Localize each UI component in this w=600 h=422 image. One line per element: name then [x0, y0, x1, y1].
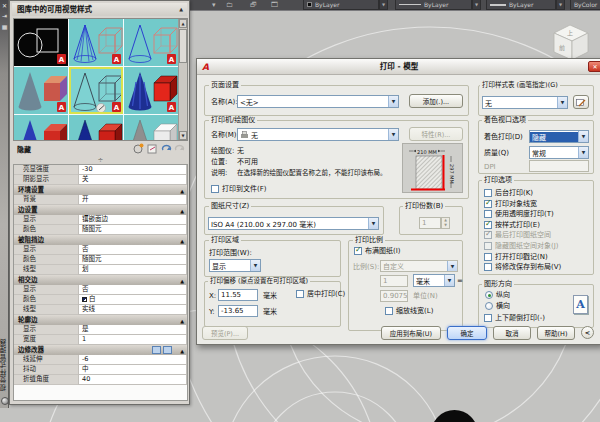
dialog-titlebar[interactable]: A 打印 - 模型 ✕: [197, 59, 600, 75]
property-value[interactable]: 是: [78, 325, 187, 335]
section-collapse-icon[interactable]: ▲: [180, 276, 184, 286]
paper-size-select[interactable]: ISO A4 (210.00 x 297.00 毫米) ▼: [208, 217, 379, 230]
dpi-input[interactable]: [529, 160, 589, 172]
property-value[interactable]: 40: [78, 375, 187, 385]
grid-scrollbar[interactable]: ▲ ▼: [178, 19, 187, 140]
palette-autohide-icon[interactable]: ⇥: [0, 12, 9, 19]
less-options-button[interactable]: <: [581, 326, 594, 339]
center-plot-option[interactable]: 居中打印(C): [296, 290, 345, 298]
plot-option-checkbox[interactable]: [484, 231, 492, 239]
property-value[interactable]: 镶嵌面边: [78, 215, 187, 225]
create-visual-style-icon[interactable]: [133, 143, 144, 154]
scale-unit-select[interactable]: 毫米 ▼: [413, 274, 455, 287]
portrait-option[interactable]: 纵向: [485, 291, 510, 299]
palette-options-wheel-icon[interactable]: [1, 397, 9, 405]
property-value[interactable]: 实线: [78, 305, 187, 315]
scale-numerator-input[interactable]: 1: [380, 275, 408, 287]
upside-down-checkbox[interactable]: [484, 314, 492, 322]
collapse-up-icon[interactable]: ▲: [179, 3, 183, 16]
landscape-radio[interactable]: [485, 302, 493, 310]
plot-option-5[interactable]: 隐藏图纸空间对象(J): [484, 242, 590, 250]
section-collapse-icon[interactable]: ▲: [180, 186, 184, 196]
plot-option-checkbox[interactable]: [484, 263, 492, 271]
plot-option-1[interactable]: 打印对象线宽: [484, 200, 590, 208]
lineweight-combo-arrow-icon[interactable]: ▼: [556, 0, 565, 10]
scale-denominator-input[interactable]: 0.9075: [380, 290, 408, 302]
property-section-15[interactable]: 轮廓边▲: [14, 315, 187, 325]
quality-select[interactable]: 常规 ▼: [529, 146, 589, 159]
plot-option-2[interactable]: 使用透明度打印(T): [484, 210, 590, 218]
landscape-option[interactable]: 横向: [485, 302, 510, 310]
help-button[interactable]: 帮助(H): [537, 326, 575, 340]
property-value[interactable]: -30: [78, 165, 187, 175]
plotstyle-combo[interactable]: ByColor: [570, 0, 600, 10]
shade-plot-select[interactable]: 隐藏 ▼: [529, 130, 589, 143]
apply-to-layout-button[interactable]: 应用到布局(U): [381, 326, 441, 340]
export-style-to-palette-icon[interactable]: [161, 143, 172, 154]
style-cell-sketchy[interactable]: A: [69, 67, 123, 114]
section-collapse-icon[interactable]: ▲: [180, 206, 184, 216]
palette-properties-icon[interactable]: ▦: [0, 23, 9, 30]
property-value[interactable]: 1: [78, 335, 187, 345]
fit-to-paper-option[interactable]: 布满图纸(I): [354, 247, 401, 255]
style-cell-realistic[interactable]: A: [14, 67, 68, 114]
property-value[interactable]: 中: [78, 365, 187, 375]
plot-to-file-checkbox[interactable]: [211, 185, 219, 193]
plot-option-checkbox[interactable]: [484, 200, 492, 208]
property-value[interactable]: 随图元: [78, 255, 187, 265]
style-cell-shaded-edges[interactable]: A: [69, 115, 123, 141]
plot-option-3[interactable]: 按样式打印(E): [484, 221, 590, 229]
cancel-button[interactable]: 取消: [493, 326, 531, 340]
plot-option-checkbox[interactable]: [484, 242, 492, 250]
scale-lineweights-checkbox[interactable]: [385, 307, 393, 315]
delete-style-icon[interactable]: [174, 143, 185, 154]
printer-properties-button[interactable]: 特性(R)...: [409, 127, 463, 141]
preview-button[interactable]: 预览(P)...: [202, 326, 248, 340]
style-cell-shaded[interactable]: A: [14, 115, 68, 141]
style-cell-wireframe[interactable]: A: [69, 19, 123, 66]
property-section-7[interactable]: 被阻挡边▲: [14, 235, 187, 245]
property-section-11[interactable]: 相交边▲: [14, 275, 187, 285]
property-value[interactable]: -6: [78, 355, 187, 365]
scrollbar-thumb[interactable]: [179, 29, 187, 63]
property-value[interactable]: 划: [78, 265, 187, 275]
page-setup-name-select[interactable]: <无> ▼: [237, 95, 399, 108]
edit-plot-style-button[interactable]: [573, 95, 589, 109]
upside-down-option[interactable]: 上下颠倒打印(-): [484, 314, 545, 322]
offset-x-input[interactable]: 11.55: [218, 289, 258, 301]
scroll-up-icon[interactable]: ▲: [179, 19, 187, 28]
property-value[interactable]: 白: [78, 295, 187, 305]
scroll-down-icon[interactable]: ▼: [179, 131, 187, 140]
style-cell-conceptual[interactable]: A: [124, 67, 178, 114]
color-combo[interactable]: ByLayer: [303, 0, 379, 10]
style-cell-grayscale[interactable]: A: [124, 115, 178, 141]
layer-previous-icon[interactable]: 🗗: [250, 1, 257, 9]
plot-to-file-option[interactable]: 打印到文件(F): [211, 185, 267, 193]
add-page-setup-button[interactable]: 添加(.)...: [409, 94, 463, 108]
section-collapse-icon[interactable]: ▲: [180, 316, 184, 326]
property-section-18[interactable]: 边修改器▲: [14, 345, 187, 355]
offset-y-input[interactable]: -13.65: [218, 305, 258, 317]
property-section-2[interactable]: 环境设置▲: [14, 185, 187, 195]
lineweight-combo[interactable]: ByLayer: [486, 0, 556, 10]
edge-modifier-toggle-icon[interactable]: [152, 346, 161, 354]
printer-name-select[interactable]: 无 ▼: [237, 128, 399, 141]
toolbar-dropdown-icon[interactable]: ▾: [212, 1, 216, 9]
palette-close-icon[interactable]: ✕: [0, 2, 9, 9]
linetype-combo-arrow-icon[interactable]: ▼: [472, 0, 481, 10]
plot-option-7[interactable]: 将修改保存到布局(V): [484, 263, 590, 271]
property-section-4[interactable]: 边设置▲: [14, 205, 187, 215]
plot-option-6[interactable]: 打开打印戳记(N): [484, 253, 590, 261]
plot-option-checkbox[interactable]: [484, 221, 492, 229]
linetype-combo[interactable]: ByLayer: [395, 0, 472, 10]
section-collapse-icon[interactable]: ▲: [180, 346, 184, 356]
plot-option-4[interactable]: 最后打印图纸空间: [484, 231, 590, 239]
portrait-radio[interactable]: [485, 291, 493, 299]
property-value[interactable]: 随图元: [78, 225, 187, 235]
plot-range-select[interactable]: 显示 ▼: [209, 259, 261, 272]
property-value[interactable]: 开: [78, 195, 187, 205]
fit-to-paper-checkbox[interactable]: [354, 247, 362, 255]
plot-option-checkbox[interactable]: [484, 210, 492, 218]
copies-input[interactable]: 1: [419, 217, 441, 229]
apply-style-to-viewport-icon[interactable]: [147, 143, 158, 154]
